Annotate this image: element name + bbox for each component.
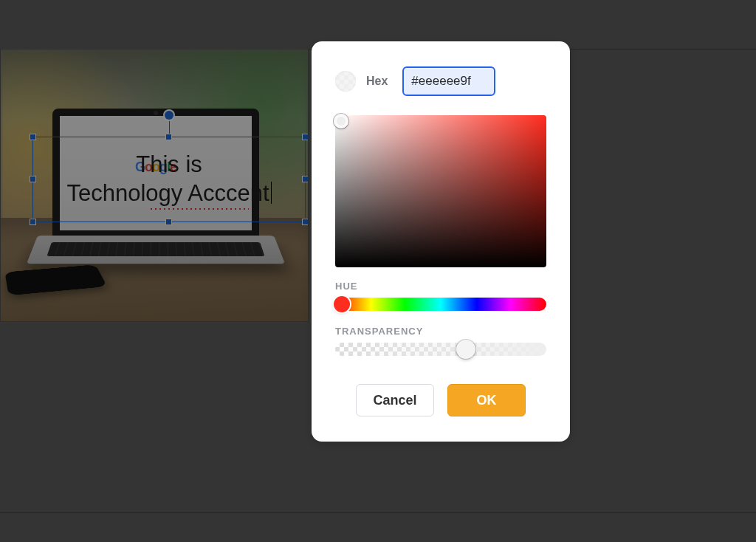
transparency-slider[interactable]	[335, 343, 546, 356]
color-swatch	[335, 71, 356, 92]
saturation-value-panel[interactable]	[335, 115, 546, 267]
hue-label: HUE	[335, 281, 546, 292]
hex-label: Hex	[366, 75, 388, 88]
sv-thumb[interactable]	[334, 114, 348, 128]
color-picker-popover: Hex HUE TRANSPARENCY Cancel OK	[312, 41, 570, 442]
hex-input[interactable]	[402, 66, 495, 96]
transparency-label: TRANSPARENCY	[335, 326, 546, 337]
hue-slider[interactable]	[335, 298, 546, 311]
hue-thumb[interactable]	[334, 296, 350, 312]
transparency-thumb[interactable]	[456, 340, 475, 359]
cancel-button[interactable]: Cancel	[356, 384, 434, 416]
ok-button[interactable]: OK	[447, 384, 526, 416]
